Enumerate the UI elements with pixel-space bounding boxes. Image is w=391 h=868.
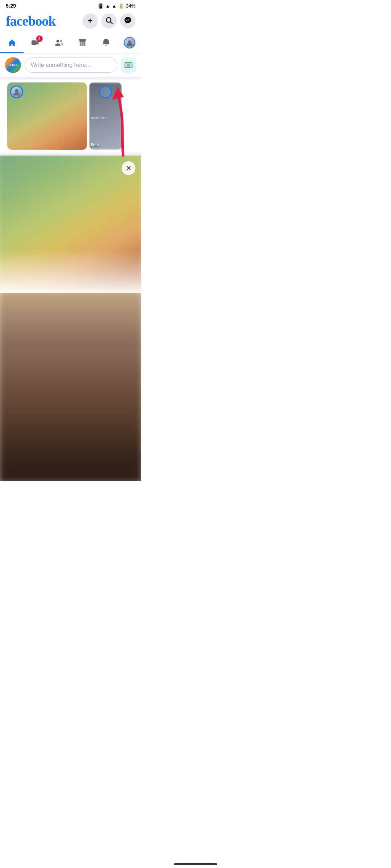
svg-rect-12 bbox=[127, 62, 130, 63]
post-card-2 bbox=[0, 293, 141, 481]
tab-video[interactable]: 2 bbox=[24, 33, 47, 53]
close-button[interactable]: ✕ bbox=[122, 161, 135, 175]
app-header: facebook + bbox=[0, 10, 141, 33]
battery-percent: 34% bbox=[126, 3, 135, 9]
svg-point-8 bbox=[128, 41, 131, 44]
wifi-icon: ▲ bbox=[105, 3, 110, 9]
signal-icon: ▲ bbox=[112, 3, 117, 9]
photo-upload-button[interactable] bbox=[121, 58, 136, 73]
nav-tabs: 2 bbox=[0, 33, 141, 54]
story-name-2: Smit bbox=[91, 142, 120, 147]
svg-rect-2 bbox=[31, 41, 37, 45]
white-fade-overlay bbox=[0, 250, 141, 293]
search-icon bbox=[105, 16, 113, 26]
profile-avatar-nav bbox=[124, 37, 135, 48]
add-button[interactable]: + bbox=[83, 13, 98, 29]
facebook-logo: facebook bbox=[6, 13, 56, 29]
tab-home[interactable] bbox=[0, 33, 24, 53]
svg-point-13 bbox=[15, 89, 18, 93]
story-avatar-2 bbox=[99, 85, 112, 98]
photo-icon bbox=[124, 61, 133, 69]
story-avatar-1 bbox=[10, 85, 23, 98]
studio-label: studio 1888 bbox=[91, 116, 108, 120]
story-card-1[interactable] bbox=[7, 82, 87, 150]
status-bar: 5:29 📳 ▲ ▲ 🔋 34% bbox=[0, 0, 141, 10]
user-avatar: SUBA bbox=[5, 57, 21, 73]
video-badge: 2 bbox=[36, 35, 43, 42]
vibrate-icon: 📳 bbox=[98, 3, 104, 9]
content-area: Smit studio 1888 ✕ bbox=[0, 80, 141, 481]
status-icons: 📳 ▲ ▲ 🔋 34% bbox=[98, 3, 135, 9]
stories-section: Smit studio 1888 bbox=[0, 80, 141, 156]
post-placeholder: Write something here... bbox=[31, 62, 91, 68]
battery-icon: 🔋 bbox=[118, 3, 124, 9]
create-post-bar: SUBA Write something here... bbox=[0, 54, 141, 80]
tab-notifications[interactable] bbox=[94, 33, 118, 53]
svg-rect-5 bbox=[80, 42, 85, 46]
status-time: 5:29 bbox=[6, 3, 16, 9]
svg-point-11 bbox=[127, 64, 130, 67]
close-icon: ✕ bbox=[126, 164, 132, 173]
post-input[interactable]: Write something here... bbox=[25, 58, 117, 73]
blurred-post-image-2 bbox=[0, 293, 141, 481]
header-actions: + bbox=[83, 13, 135, 29]
svg-point-4 bbox=[60, 40, 62, 42]
messenger-icon bbox=[124, 16, 132, 26]
post-card-1: ✕ bbox=[0, 156, 141, 293]
search-button[interactable] bbox=[101, 13, 117, 29]
story-card-2[interactable]: Smit studio 1888 bbox=[89, 82, 122, 150]
messenger-button[interactable] bbox=[120, 13, 135, 29]
tab-menu[interactable] bbox=[118, 33, 141, 53]
svg-line-1 bbox=[110, 22, 112, 24]
add-icon: + bbox=[88, 16, 93, 26]
tab-marketplace[interactable] bbox=[71, 33, 94, 53]
svg-point-3 bbox=[56, 40, 59, 43]
tab-friends[interactable] bbox=[47, 33, 71, 53]
